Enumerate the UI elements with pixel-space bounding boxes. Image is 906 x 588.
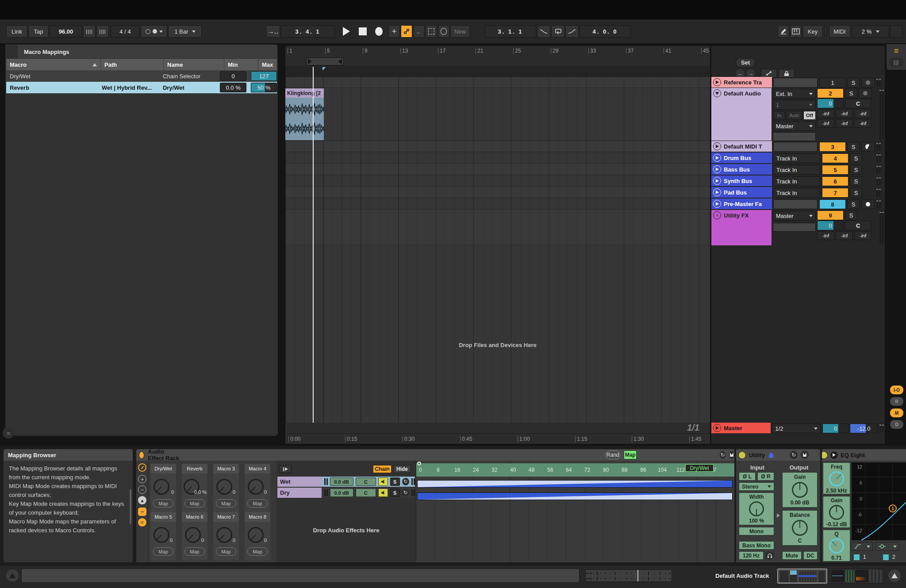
midi-map-button[interactable]: MIDI [829, 25, 850, 38]
re-enable-automation-button[interactable]: ← [413, 25, 425, 38]
solo-button[interactable]: S [845, 210, 857, 220]
bass-mono-button[interactable]: Bass Mono [739, 541, 774, 550]
macro-value[interactable]: 0 [233, 538, 235, 543]
browser-wave-button[interactable]: ≈ [3, 427, 14, 439]
device-title-bar[interactable]: Audio Effect Rack Rand Map ↻ [136, 449, 734, 461]
phase-left-button[interactable]: Ø L [739, 472, 756, 481]
map-mode-button[interactable]: Map [624, 451, 637, 459]
macro-name[interactable]: Macro 4 [245, 464, 270, 473]
track-header-default-midi[interactable]: Default MIDI T 3 S [711, 141, 885, 152]
chain-solo-button[interactable]: S [390, 477, 400, 486]
track-lane-default-midi[interactable] [285, 141, 710, 152]
macro-knob[interactable] [248, 527, 264, 543]
time-signature-field[interactable]: 4 / 4 [111, 25, 140, 38]
arm-button[interactable] [861, 199, 875, 209]
zoom-level[interactable]: 1/1 [687, 423, 699, 433]
volume-field[interactable]: -inf [854, 109, 871, 118]
next-marker-button[interactable]: → [746, 69, 755, 78]
solo-button[interactable]: S [850, 153, 862, 163]
macro-value[interactable]: 0.0 % [194, 489, 207, 495]
track-activator-button[interactable]: 3 [819, 142, 846, 152]
balance-knob[interactable] [792, 520, 808, 536]
send-field[interactable]: -inf [836, 119, 853, 128]
macro-name[interactable]: Reverb [182, 464, 207, 473]
clip-title-bar[interactable]: Klingklong [2 [285, 88, 324, 98]
solo-button[interactable]: S [847, 142, 860, 152]
eq-gain-control[interactable]: Gain -0.12 dB [823, 496, 850, 528]
output-routing-select[interactable]: Master [773, 121, 816, 131]
device-title-bar[interactable]: Utility ↻ [736, 449, 820, 461]
io-routing-field[interactable] [773, 142, 818, 152]
crossfade-assign-c[interactable]: C [845, 99, 871, 108]
chain-solo-button[interactable]: S [390, 489, 400, 497]
solo-button[interactable]: S [850, 188, 862, 198]
chain-hot-swap-button[interactable]: ↻ [402, 489, 410, 496]
fold-devices-button[interactable]: − [138, 508, 146, 516]
io-routing-field[interactable]: Track In [773, 188, 820, 198]
track-header-reference[interactable]: Reference Tra 1 S [711, 77, 885, 88]
io-routing-field[interactable] [773, 78, 818, 88]
macro-knob[interactable] [216, 479, 232, 495]
track-lane-utility-fx[interactable] [285, 210, 710, 245]
track-title[interactable]: Synth Bus [711, 176, 772, 186]
send-field[interactable]: -inf [836, 231, 853, 240]
dc-filter-button[interactable]: DC [803, 551, 818, 560]
chain-tab-button[interactable]: Chain [373, 465, 392, 473]
volume-field[interactable]: -inf [817, 109, 834, 118]
capture-plus-button[interactable]: + [388, 25, 400, 38]
loop-length-field[interactable]: 4. 0. 0 [580, 25, 631, 38]
chain-row-dry[interactable]: Dry 0.0 dB C S ↻ [277, 488, 415, 498]
stop-button[interactable] [355, 25, 370, 38]
column-header-max[interactable]: Max [258, 59, 277, 70]
device-chain-preview[interactable] [777, 569, 827, 584]
io-routing-field[interactable] [773, 199, 818, 209]
show-chain-list-button[interactable]: ≡ [138, 518, 146, 527]
map-button[interactable]: Map [153, 547, 173, 556]
tempo-field[interactable]: 96.00 [50, 25, 82, 38]
macro-value[interactable]: 0 [171, 489, 174, 495]
track-lane-pre-master[interactable] [285, 198, 710, 210]
chain-name[interactable]: Wet [277, 477, 322, 487]
mixer-section-toggle[interactable]: M [890, 409, 903, 417]
device-view-button[interactable]: ≡ [889, 46, 903, 56]
master-output-select[interactable]: 1/2 [772, 424, 821, 433]
punch-in-button[interactable] [537, 25, 550, 38]
volume-field[interactable]: -inf [836, 109, 853, 118]
gain-knob[interactable] [792, 482, 808, 498]
loop-start-field[interactable]: 3. 1. 1 [485, 25, 536, 38]
mono-button[interactable]: Mono [739, 527, 774, 535]
macro-knob[interactable] [154, 479, 169, 495]
arrangement-overview[interactable] [585, 569, 672, 582]
track-activator-button[interactable]: 5 [822, 165, 848, 175]
map-button[interactable]: Map [153, 499, 173, 508]
mixer-view-button[interactable]: ||| [889, 57, 903, 67]
input-type-select[interactable]: Ext. In [773, 89, 816, 99]
chain-pan-field[interactable]: C [356, 477, 376, 486]
drop-audio-effects-zone[interactable]: Drop Audio Effects Here [277, 499, 415, 561]
solo-button[interactable]: S [847, 78, 860, 88]
add-macro-button[interactable]: + [138, 475, 146, 483]
track-header-pre-master[interactable]: Pre-Master Fa 8 S [711, 199, 885, 209]
track-header-utility-fx[interactable]: ≡ Utility FX Master 9 S 0 C -inf -inf [711, 210, 885, 245]
track-title[interactable]: Default Audio [711, 88, 772, 141]
unfold-device-button[interactable] [830, 451, 838, 459]
chain-activator-button[interactable] [378, 489, 388, 497]
automation-arm-button[interactable] [401, 25, 412, 38]
track-lane-drum-bus[interactable] [285, 152, 710, 164]
tap-tempo-button[interactable]: Tap [28, 25, 49, 38]
crossfade-field[interactable] [773, 223, 816, 232]
mapping-max-field[interactable]: 127 [251, 71, 277, 81]
macro-name[interactable]: Macro 3 [213, 464, 239, 473]
computer-midi-keyboard-button[interactable] [790, 25, 802, 38]
save-preset-icon[interactable] [729, 451, 734, 459]
send-field[interactable]: -inf [817, 119, 834, 128]
time-ruler[interactable]: 0:00 0:15 0:30 0:45 1:00 1:15 1:30 1:45 [285, 433, 710, 444]
io-section-toggle[interactable]: I-O [890, 386, 903, 394]
arm-button[interactable] [859, 88, 872, 98]
macro-name[interactable]: Macro 8 [245, 512, 270, 522]
delay-section-toggle[interactable]: D [890, 420, 903, 429]
track-activator-button[interactable]: 1 [819, 78, 846, 88]
audio-clip[interactable]: Klingklong [2 [285, 88, 324, 140]
mapping-max-field[interactable]: 50 % [251, 83, 277, 92]
chain-activator-button[interactable] [378, 477, 388, 486]
